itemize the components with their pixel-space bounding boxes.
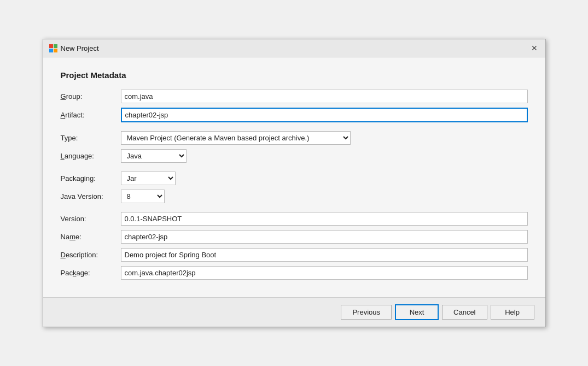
next-button[interactable]: Next bbox=[395, 304, 439, 320]
artifact-input[interactable] bbox=[121, 108, 528, 122]
artifact-row: Artifact: bbox=[61, 108, 528, 122]
java-version-select[interactable]: 8 11 17 bbox=[121, 190, 165, 203]
dialog-footer: Previous Next Cancel Help bbox=[43, 297, 545, 327]
description-input[interactable] bbox=[121, 248, 528, 262]
description-label: Description: bbox=[61, 251, 121, 259]
java-version-label: Java Version: bbox=[61, 192, 121, 200]
java-version-row: Java Version: 8 11 17 bbox=[61, 190, 528, 203]
version-label: Version: bbox=[61, 215, 121, 223]
help-button[interactable]: Help bbox=[491, 305, 534, 320]
description-row: Description: bbox=[61, 248, 528, 262]
group-label: Group: bbox=[61, 92, 121, 101]
svg-rect-3 bbox=[54, 49, 57, 52]
package-input[interactable] bbox=[121, 266, 528, 280]
type-row: Type: Maven Project (Generate a Maven ba… bbox=[61, 131, 528, 145]
previous-button[interactable]: Previous bbox=[341, 305, 392, 320]
language-label: Language: bbox=[61, 152, 121, 160]
window-title: New Project bbox=[61, 44, 99, 52]
dialog-content: Project Metadata Group: Artifact: Type: … bbox=[43, 57, 545, 297]
packaging-select[interactable]: Jar War bbox=[121, 172, 176, 185]
artifact-label: Artifact: bbox=[61, 111, 121, 119]
group-row: Group: bbox=[61, 90, 528, 103]
name-input[interactable] bbox=[121, 230, 528, 244]
language-row: Language: Java Kotlin Groovy bbox=[61, 149, 528, 163]
cancel-button[interactable]: Cancel bbox=[442, 305, 487, 320]
app-icon bbox=[49, 44, 57, 52]
type-select[interactable]: Maven Project (Generate a Maven based pr… bbox=[121, 131, 351, 145]
language-select[interactable]: Java Kotlin Groovy bbox=[121, 149, 187, 163]
version-row: Version: bbox=[61, 212, 528, 226]
close-button[interactable]: ✕ bbox=[529, 43, 540, 54]
version-input[interactable] bbox=[121, 212, 528, 226]
package-label: Package: bbox=[61, 269, 121, 277]
svg-rect-0 bbox=[49, 44, 53, 48]
packaging-label: Packaging: bbox=[61, 174, 121, 182]
title-bar: New Project ✕ bbox=[43, 39, 545, 57]
group-input[interactable] bbox=[121, 90, 528, 103]
svg-rect-2 bbox=[49, 49, 53, 52]
package-row: Package: bbox=[61, 266, 528, 280]
name-row: Name: bbox=[61, 230, 528, 244]
type-label: Type: bbox=[61, 134, 121, 142]
name-label: Name: bbox=[61, 233, 121, 241]
packaging-row: Packaging: Jar War bbox=[61, 172, 528, 185]
svg-rect-1 bbox=[54, 44, 57, 48]
section-title: Project Metadata bbox=[61, 70, 528, 80]
